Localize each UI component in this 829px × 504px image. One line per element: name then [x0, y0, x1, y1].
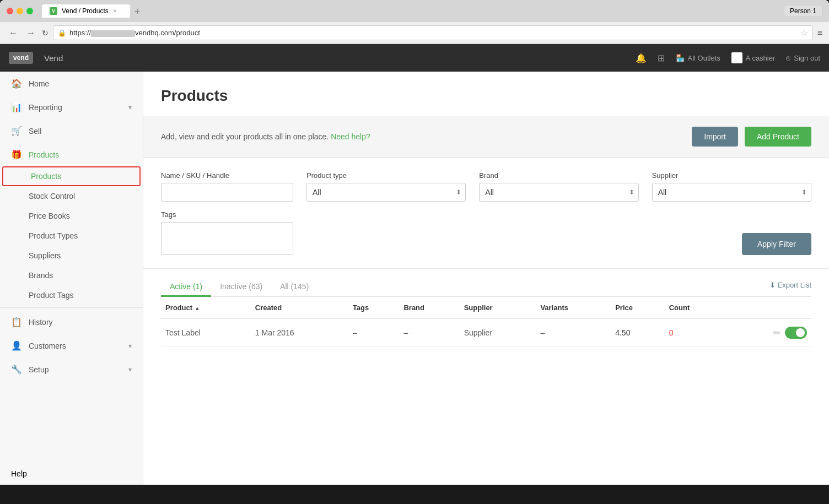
ssl-lock-icon: 🔒 [58, 29, 66, 37]
product-count: 0 [665, 319, 725, 347]
col-tags: Tags [348, 297, 400, 319]
refresh-button[interactable]: ↻ [42, 29, 49, 37]
col-count: Count [665, 297, 725, 319]
filter-section: Name / SKU / Handle Product type All Sta… [143, 158, 829, 269]
products-banner: Add, view and edit your products all in … [143, 116, 829, 158]
filter-supplier-label: Supplier [652, 171, 811, 180]
banner-description: Add, view and edit your products all in … [161, 132, 370, 141]
filter-brand-select[interactable]: All [479, 183, 638, 202]
filter-name-input[interactable] [161, 183, 293, 202]
product-tags: – [348, 319, 400, 347]
sidebar-item-sell[interactable]: 🛒 Sell [0, 119, 143, 143]
col-price: Price [611, 297, 665, 319]
filter-tags-label: Tags [161, 210, 293, 219]
sidebar-label-setup: Setup [29, 365, 49, 374]
filter-product-type-select[interactable]: All Standard Composite Variant [306, 183, 466, 202]
customers-icon: 👤 [11, 340, 22, 351]
sidebar-subitem-stock-control[interactable]: Stock Control [0, 186, 143, 206]
active-browser-tab[interactable]: V Vend / Products × [42, 4, 130, 18]
help-label: Help [11, 469, 27, 478]
sidebar-label-sell: Sell [29, 127, 41, 136]
cashier-selector[interactable]: A cashier [731, 52, 775, 63]
tab-inactive[interactable]: Inactive (63) [211, 278, 271, 297]
add-product-button[interactable]: Add Product [745, 127, 811, 147]
tab-active[interactable]: Active (1) [161, 278, 211, 297]
sidebar-item-customers[interactable]: 👤 Customers ▾ [0, 334, 143, 357]
main-content: Products Add, view and edit your product… [143, 72, 829, 485]
app-body: 🏠 Home 📊 Reporting ▾ 🛒 Sell 🎁 Products [0, 72, 829, 485]
col-product[interactable]: Product ▲ [161, 297, 251, 319]
apply-filter-button[interactable]: Apply Filter [742, 233, 811, 255]
sidebar-subitem-products[interactable]: Products [2, 166, 141, 186]
sidebar-item-history[interactable]: 📋 History [0, 310, 143, 334]
sidebar-subitem-price-books[interactable]: Price Books [0, 206, 143, 226]
vend-logo[interactable]: vend [9, 52, 33, 64]
sidebar-item-home[interactable]: 🏠 Home [0, 72, 143, 95]
sidebar-item-products[interactable]: 🎁 Products [0, 143, 143, 166]
browser-tabs: V Vend / Products × + [42, 4, 779, 18]
supplier-select-wrapper: All [652, 183, 811, 202]
address-bar[interactable]: 🔒 https://vendhq.com/product ☆ [53, 25, 813, 40]
filter-row-2: Tags Apply Filter [161, 210, 811, 255]
products-icon: 🎁 [11, 149, 22, 160]
sidebar-help[interactable]: Help [0, 463, 143, 485]
filter-tags-input[interactable] [161, 222, 293, 255]
sidebar-subitem-product-types[interactable]: Product Types [0, 226, 143, 246]
filter-name-group: Name / SKU / Handle [161, 171, 293, 202]
signout-button[interactable]: ⎋ Sign out [786, 54, 820, 62]
product-variants: – [536, 319, 611, 347]
address-text: https://vendhq.com/product [69, 29, 200, 37]
filter-product-type-group: Product type All Standard Composite Vari… [306, 171, 466, 202]
filter-product-type-label: Product type [306, 171, 466, 180]
tab-title: Vend / Products [62, 7, 109, 15]
new-tab-button[interactable]: + [130, 6, 145, 18]
browser-toolbar: ← → ↻ 🔒 https://vendhq.com/product ☆ ≡ [0, 22, 829, 44]
app-wrapper: vend Vend 🔔 ⊞ 🏪 All Outlets A cashier ⎋ … [0, 44, 829, 485]
product-created: 1 Mar 2016 [251, 319, 348, 347]
product-supplier: Supplier [460, 319, 536, 347]
brand-select-wrapper: All [479, 183, 638, 202]
tab-all[interactable]: All (145) [271, 278, 317, 297]
browser-menu-button[interactable]: ≡ [817, 28, 822, 38]
app-topnav: vend Vend 🔔 ⊞ 🏪 All Outlets A cashier ⎋ … [0, 44, 829, 72]
browser-profile[interactable]: Person 1 [784, 5, 822, 17]
sidebar-subitem-brands[interactable]: Brands [0, 265, 143, 285]
edit-product-icon[interactable]: ✏ [773, 328, 780, 338]
toggle-slider [785, 327, 807, 339]
close-traffic-light[interactable] [7, 8, 13, 14]
history-icon: 📋 [11, 317, 22, 327]
minimize-traffic-light[interactable] [17, 8, 23, 14]
tab-favicon: V [50, 7, 57, 15]
forward-button[interactable]: → [24, 27, 37, 39]
sidebar-item-reporting[interactable]: 📊 Reporting ▾ [0, 95, 143, 119]
sidebar-subitem-product-tags[interactable]: Product Tags [0, 285, 143, 305]
sidebar: 🏠 Home 📊 Reporting ▾ 🛒 Sell 🎁 Products [0, 72, 143, 485]
sidebar-item-setup[interactable]: 🔧 Setup ▾ [0, 357, 143, 381]
import-button[interactable]: Import [692, 127, 738, 147]
col-actions [725, 297, 811, 319]
filter-tags-group: Tags [161, 210, 293, 255]
product-price: 4.50 [611, 319, 665, 347]
sidebar-subitem-suppliers[interactable]: Suppliers [0, 246, 143, 265]
notification-icon[interactable]: 🔔 [636, 53, 647, 63]
table-tabs: Active (1) Inactive (63) All (145) ⬇ Exp… [161, 269, 811, 297]
sidebar-label-customers: Customers [29, 342, 66, 350]
bookmark-button[interactable]: ☆ [800, 28, 808, 38]
filter-row-1: Name / SKU / Handle Product type All Sta… [161, 171, 811, 202]
maximize-traffic-light[interactable] [26, 8, 33, 14]
banner-actions: Import Add Product [692, 127, 811, 147]
tab-close-button[interactable]: × [113, 7, 117, 15]
product-brand: – [399, 319, 459, 347]
back-button[interactable]: ← [7, 27, 20, 39]
filter-supplier-select[interactable]: All [652, 183, 811, 202]
product-active-toggle[interactable] [785, 327, 807, 339]
grid-icon[interactable]: ⊞ [658, 53, 665, 63]
outlets-selector[interactable]: 🏪 All Outlets [676, 54, 720, 62]
table-row: Test Label 1 Mar 2016 – – Supplier – 4.5… [161, 319, 811, 347]
need-help-link[interactable]: Need help? [331, 132, 370, 141]
sidebar-label-reporting: Reporting [29, 103, 62, 112]
export-list-button[interactable]: ⬇ Export List [769, 281, 811, 294]
product-row-actions: ✏ [725, 319, 811, 347]
reporting-icon: 📊 [11, 102, 22, 112]
topnav-right: 🔔 ⊞ 🏪 All Outlets A cashier ⎋ Sign out [636, 52, 820, 63]
